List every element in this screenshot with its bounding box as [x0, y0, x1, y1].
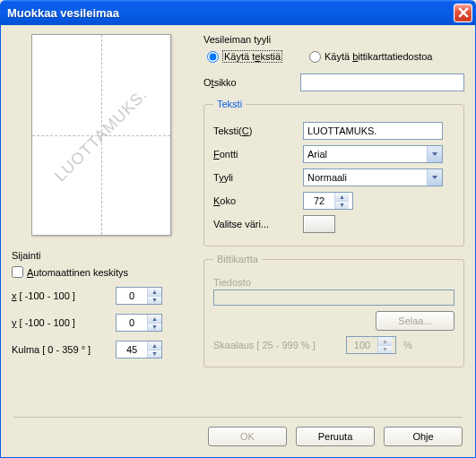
button-bar: OK Peruuta Ohje [13, 417, 463, 446]
y-spin-buttons[interactable]: ▲▼ [147, 315, 161, 331]
ok-button: OK [208, 427, 287, 446]
cancel-button[interactable]: Peruuta [296, 427, 375, 446]
angle-spinner[interactable]: ▲▼ [116, 341, 162, 359]
style-group-label: Vesileiman tyyli [203, 34, 464, 45]
percent-label: % [403, 340, 412, 350]
chevron-down-icon [427, 169, 442, 186]
font-value: Arial [307, 149, 427, 160]
close-icon [458, 7, 469, 18]
scale-label: Skaalaus [ 25 - 999 % ] [213, 340, 339, 350]
use-bitmap-label: Käytä bittikarttatiedostoa [325, 51, 432, 62]
bitmap-legend: Bittikartta [213, 254, 262, 264]
otsikko-input[interactable] [300, 73, 464, 91]
file-input [213, 289, 454, 306]
use-text-radio[interactable] [207, 51, 219, 63]
y-spinner[interactable]: ▲▼ [116, 314, 162, 332]
style-value: Normaali [307, 172, 427, 183]
chevron-down-icon [427, 146, 442, 162]
size-label: Koko [213, 195, 296, 206]
size-spin-buttons[interactable]: ▲▼ [334, 193, 349, 209]
file-label: Tiedosto [213, 277, 454, 288]
angle-label: Kulma [ 0 - 359 ° ] [12, 344, 110, 355]
auto-center-checkbox[interactable] [12, 266, 23, 278]
font-label: Fontti [213, 149, 296, 160]
font-combo[interactable]: Arial [303, 145, 443, 163]
color-label: Valitse väri... [213, 219, 296, 229]
auto-center-label: Automaattinen keskitys [27, 267, 128, 278]
window-title: Muokkaa vesileimaa [7, 6, 454, 20]
dialog-body: LUOTTAMUKS. Sijainti Automaattinen keski… [0, 25, 476, 458]
sijainti-label: Sijainti [12, 250, 191, 261]
size-input[interactable] [304, 193, 334, 209]
teksti-group: Teksti Teksti(C) Fontti Arial Tyyli Norm… [203, 99, 464, 246]
title-bar: Muokkaa vesileimaa [0, 0, 476, 25]
scale-spin-buttons: ▲▼ [377, 337, 392, 353]
y-label: y [ -100 - 100 ] [12, 317, 110, 328]
style-combo[interactable]: Normaali [303, 169, 443, 186]
bitmap-group: Bittikartta Tiedosto Selaa... Skaalaus [… [203, 254, 464, 367]
color-button[interactable] [303, 215, 335, 233]
left-column: LUOTTAMUKS. Sijainti Automaattinen keski… [12, 34, 191, 375]
teksti-legend: Teksti [213, 99, 246, 109]
x-input[interactable] [117, 288, 147, 304]
close-button[interactable] [454, 4, 472, 22]
right-column: Vesileiman tyyli Käytä tekstiä Käytä bit… [203, 34, 464, 375]
size-spinner[interactable]: ▲▼ [303, 192, 353, 210]
text-input[interactable] [303, 122, 443, 140]
text-label: Teksti(C) [213, 125, 296, 136]
angle-input[interactable] [117, 341, 147, 358]
scale-spinner: ▲▼ [346, 336, 396, 354]
x-spin-buttons[interactable]: ▲▼ [147, 288, 161, 304]
angle-spin-buttons[interactable]: ▲▼ [147, 341, 161, 358]
y-input[interactable] [117, 315, 147, 331]
help-button[interactable]: Ohje [384, 427, 463, 446]
scale-input [347, 337, 377, 353]
x-spinner[interactable]: ▲▼ [116, 287, 162, 305]
use-bitmap-radio[interactable] [309, 51, 321, 63]
style-label: Tyyli [213, 172, 296, 183]
watermark-preview: LUOTTAMUKS. [31, 34, 171, 236]
otsikko-label: Otsikko [203, 77, 293, 88]
use-text-label: Käytä tekstiä [222, 50, 282, 63]
x-label: x [ -100 - 100 ] [12, 290, 110, 301]
browse-button: Selaa... [376, 311, 454, 331]
